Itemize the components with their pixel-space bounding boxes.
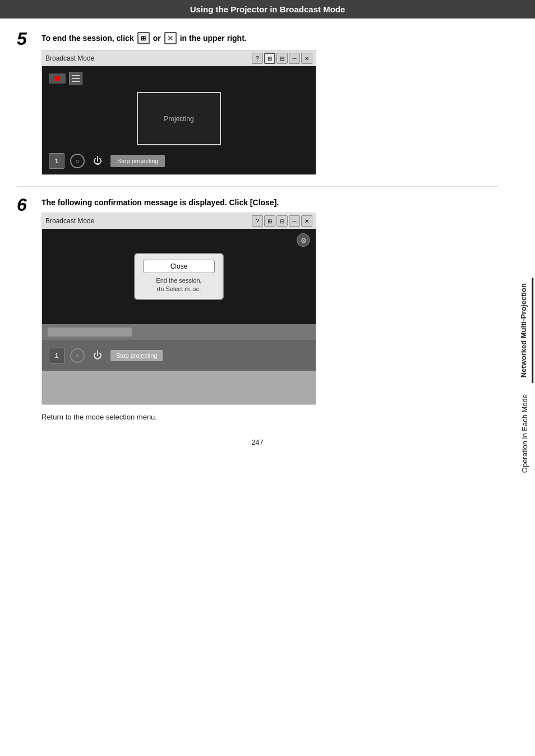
ss2-titlebar: Broadcast Mode ? ⊞ ⊟ ─ ✕ [42, 213, 316, 229]
ss2-buttons: ? ⊞ ⊟ ─ ✕ [252, 215, 312, 227]
step-5-text-after: in the upper right. [180, 34, 247, 43]
stop-projecting-button[interactable]: Stop projecting [110, 155, 165, 167]
page-number: 247 [17, 438, 498, 446]
help-btn[interactable]: ? [252, 53, 263, 64]
dialog-desc-line1: End the session, [156, 277, 201, 284]
close-btn[interactable]: ✕ [301, 53, 312, 64]
step-6-label: The following confirmation message is di… [41, 198, 279, 207]
ss1-center: Projecting [49, 92, 309, 145]
dialog-description: End the session, rtn Select m..sc. [143, 276, 215, 294]
step-6: 6 The following confirmation message is … [17, 198, 498, 421]
power-icon: ⏻ [90, 154, 105, 168]
ss1-titlebar: Broadcast Mode ? ⊞ ⊟ ─ ✕ [42, 50, 316, 66]
step-5-text: To end the session, click ⊞ or ✕ in the … [41, 32, 498, 44]
step-5-content: To end the session, click ⊞ or ✕ in the … [41, 32, 498, 175]
ss1-body: Projecting 1 ○ ⏻ Stop projecting [42, 66, 316, 174]
step-5-text-before: To end the session, click [41, 34, 134, 43]
ss2-title: Broadcast Mode [45, 217, 94, 225]
dialog-close-x[interactable]: ⊗ [297, 233, 310, 247]
power-icon-2: ⏻ [90, 348, 105, 363]
circle-icon: ○ [70, 154, 85, 168]
ss2-gray-area [42, 371, 316, 404]
dash-btn[interactable]: ─ [289, 53, 300, 64]
step-5: 5 To end the session, click ⊞ or ✕ in th… [17, 32, 498, 175]
circle-icon-2: ○ [70, 348, 85, 363]
ss1-title: Broadcast Mode [45, 54, 94, 62]
section-divider [17, 186, 498, 187]
ss2-separator [42, 324, 316, 340]
step-6-content: The following confirmation message is di… [41, 198, 498, 421]
screenshot-2: Broadcast Mode ? ⊞ ⊟ ─ ✕ ⊗ Close [41, 213, 316, 405]
grid-icon: ⊞ [137, 32, 150, 44]
screenshot-1: Broadcast Mode ? ⊞ ⊟ ─ ✕ [41, 50, 316, 175]
menu-line-2 [72, 78, 80, 79]
help-btn-2[interactable]: ? [252, 215, 263, 227]
main-content: 5 To end the session, click ⊞ or ✕ in th… [0, 32, 515, 469]
close-dialog-button[interactable]: Close [143, 260, 215, 273]
page-header: Using the Projector in Broadcast Mode [0, 0, 535, 19]
close-x-icon: ✕ [164, 32, 177, 44]
dash-btn-2[interactable]: ─ [289, 215, 300, 227]
menu-line-1 [72, 75, 80, 76]
projecting-label: Projecting [164, 115, 193, 123]
minimize-btn-2[interactable]: ⊟ [276, 215, 288, 227]
return-text: Return to the mode selection menu. [41, 413, 498, 421]
dialog-desc-line2: rtn Select m..sc. [157, 285, 201, 292]
ss1-bottom: 1 ○ ⏻ Stop projecting [49, 153, 309, 169]
ss2-sep-bar [48, 328, 132, 336]
projecting-box: Projecting [137, 92, 221, 145]
camera-icon [49, 73, 66, 84]
ss2-bottom-bar: 1 ○ ⏻ Stop projecting [42, 340, 316, 371]
grid-btn[interactable]: ⊞ [264, 53, 275, 64]
step-6-number: 6 [17, 196, 34, 214]
menu-icon [69, 72, 82, 85]
step-6-text: The following confirmation message is di… [41, 198, 498, 207]
step-5-number: 5 [17, 30, 34, 48]
menu-line-3 [72, 81, 80, 82]
right-sidebar: Networked Multi-Projection Operation in … [515, 0, 535, 756]
cam-dot [54, 76, 60, 81]
minimize-btn[interactable]: ⊟ [276, 53, 288, 64]
ss1-buttons: ? ⊞ ⊟ ─ ✕ [252, 53, 312, 64]
screen-btn-2[interactable]: 1 [49, 348, 64, 363]
step-5-or: or [153, 34, 161, 43]
close-btn-2[interactable]: ✕ [301, 215, 312, 227]
sidebar-label-operation: Operation in Each Mode [517, 389, 533, 478]
dialog-box: Close End the session, rtn Select m..sc. [134, 253, 224, 301]
sidebar-label-networked: Networked Multi-Projection [516, 278, 533, 383]
screen-btn[interactable]: 1 [49, 153, 64, 169]
ss1-top-icons [49, 72, 309, 85]
stop-projecting-button-2[interactable]: Stop projecting [110, 350, 163, 361]
grid-btn-2[interactable]: ⊞ [264, 215, 275, 227]
ss2-dark-area: ⊗ Close End the session, rtn Select m..s… [42, 229, 316, 324]
